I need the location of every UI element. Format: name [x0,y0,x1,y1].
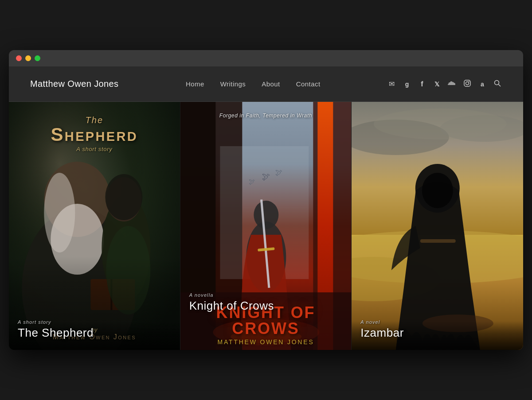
svg-point-3 [494,80,499,85]
svg-line-4 [498,84,501,86]
browser-chrome [9,50,523,66]
svg-point-2 [469,81,469,82]
instagram-icon[interactable] [463,80,472,88]
site-brand[interactable]: Matthew Owen Jones [30,79,119,89]
nav-home[interactable]: Home [186,80,204,88]
minimize-button[interactable] [25,55,31,61]
svg-point-25 [254,201,278,229]
nav-contact[interactable]: Contact [296,80,321,88]
book-card-shepherd[interactable]: The Shepherd A short story by Matthew Ow… [9,102,180,350]
shepherd-cover-subtitle: A short story [9,146,180,152]
navbar: Matthew Owen Jones Home Writings About C… [9,66,523,102]
izambar-card-title: Izambar [360,326,514,339]
knight-card-title: Knight of Crows [189,299,343,312]
knight-tagline-area: Forged in Faith, Tempered in Wrath [180,113,352,119]
facebook-icon[interactable]: f [418,80,426,88]
izambar-card-subtitle: A novel [360,319,514,325]
website-content: Matthew Owen Jones Home Writings About C… [9,66,523,350]
svg-text:🕊: 🕊 [275,169,282,176]
svg-text:🕊: 🕊 [249,178,255,185]
svg-text:🕊: 🕊 [262,172,270,181]
knight-tagline: Forged in Faith, Tempered in Wrath [180,113,352,119]
email-icon[interactable]: ✉ [387,80,396,88]
knight-card-subtitle: A novella [189,292,343,298]
goodreads-icon[interactable]: g [403,81,411,88]
maximize-button[interactable] [35,55,40,61]
search-icon[interactable] [493,80,502,89]
nav-links: Home Writings About Contact [186,80,321,88]
svg-point-1 [466,82,469,85]
shepherd-title-large: Shepherd [9,125,180,144]
nav-writings[interactable]: Writings [220,80,246,88]
twitter-x-icon[interactable]: 𝕏 [433,81,442,88]
svg-point-42 [422,173,453,208]
shepherd-cover-title-area: The Shepherd A short story [9,115,180,152]
svg-point-10 [44,173,75,252]
shepherd-card-title: The Shepherd [18,326,171,339]
svg-point-37 [374,109,507,140]
books-grid: The Shepherd A short story by Matthew Ow… [9,102,523,350]
svg-point-13 [105,174,142,220]
knight-card-overlay: A novella Knight of Crows [180,282,352,350]
book-card-izambar[interactable]: A novel Izambar [352,102,523,350]
social-icons: ✉ g f 𝕏 a [387,80,502,89]
svg-rect-43 [420,239,456,243]
amazon-icon[interactable]: a [478,81,487,88]
book-card-knight[interactable]: 🕊 🕊 🕊 Forged in Faith, Tempered in [180,102,352,350]
close-button[interactable] [16,55,22,61]
shepherd-card-overlay: A short story The Shepherd [9,309,180,350]
soundcloud-icon[interactable] [448,80,457,88]
nav-about[interactable]: About [262,80,280,88]
svg-rect-0 [464,80,470,86]
browser-window: Matthew Owen Jones Home Writings About C… [9,50,523,350]
izambar-card-overlay: A novel Izambar [352,309,523,350]
shepherd-card-subtitle: A short story [18,319,171,325]
